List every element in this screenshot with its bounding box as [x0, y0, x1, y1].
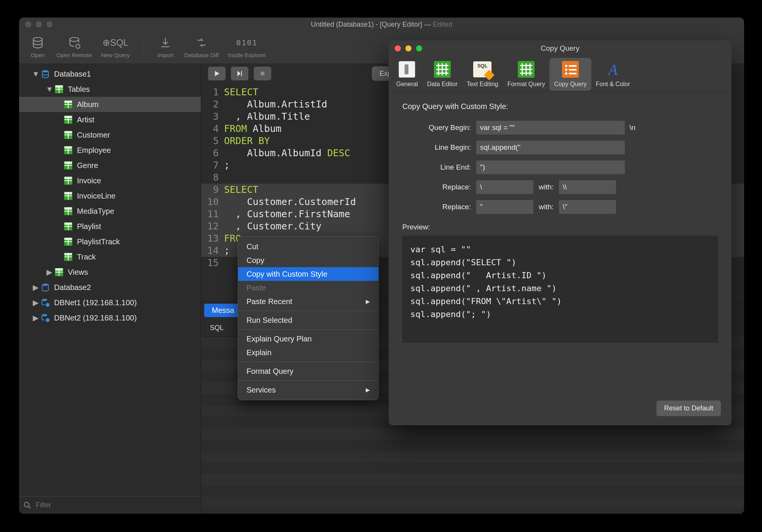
label-with-2: with: [539, 203, 554, 211]
label-replace-2: Replace: [402, 203, 476, 211]
tree-views[interactable]: ▶ Views [19, 264, 201, 280]
database-remote-icon [65, 35, 84, 50]
tree-net1[interactable]: ▶ DBNet1 (192.168.1.100) [19, 295, 201, 310]
svg-point-3 [42, 70, 48, 72]
input-replace-1-from[interactable] [476, 180, 533, 194]
input-query-begin[interactable] [476, 121, 625, 135]
ctx-format-query[interactable]: Format Query [238, 364, 378, 378]
input-replace-2-to[interactable] [559, 200, 616, 214]
tree-table-track[interactable]: Track [19, 249, 201, 264]
tree-table-employee[interactable]: Employee [19, 143, 201, 158]
input-line-end[interactable] [476, 160, 625, 174]
chevron-down-icon: ▼ [32, 70, 39, 79]
table-icon [63, 99, 73, 109]
titlebar: Untitled (Database1) - [Query Editor] — … [19, 18, 744, 31]
tree-table-genre[interactable]: Genre [19, 158, 201, 173]
table-icon [63, 145, 73, 155]
import-icon [156, 35, 175, 50]
ctx-copy[interactable]: Copy [238, 253, 378, 267]
svg-point-0 [33, 37, 42, 42]
plus-sql-icon: ⊕SQL [106, 35, 125, 50]
diff-icon [192, 35, 211, 50]
database-icon [40, 69, 50, 79]
messages-tab[interactable]: Messa [204, 304, 242, 317]
table-icon [63, 221, 73, 231]
tree-table-customer[interactable]: Customer [19, 127, 201, 143]
tab-data-editor[interactable]: Data Editor [423, 58, 462, 91]
svg-rect-11 [261, 72, 264, 75]
ctx-paste-recent[interactable]: Paste Recent▶ [238, 295, 378, 308]
run-step-button[interactable] [231, 67, 248, 80]
tab-font-color[interactable]: A Font & Color [591, 58, 635, 91]
ctx-run-selected[interactable]: Run Selected [238, 313, 378, 327]
import-button[interactable]: Import [151, 35, 179, 58]
table-icon [63, 115, 73, 125]
views-icon [54, 267, 64, 277]
font-icon: A [604, 60, 622, 79]
tree-db2[interactable]: ▶ Database2 [19, 280, 201, 295]
table-icon [63, 206, 73, 216]
tree-table-playlist[interactable]: Playlist [19, 219, 201, 234]
run-button[interactable] [208, 67, 226, 80]
tab-general[interactable]: General [392, 58, 423, 91]
tab-text-editing[interactable]: SQL Text Editing [462, 58, 503, 91]
label-line-end: Line End: [402, 163, 476, 171]
context-menu: Cut Copy Copy with Custom Style Paste Pa… [238, 236, 379, 400]
tab-copy-query[interactable]: Copy Query [549, 58, 591, 91]
ctx-explain[interactable]: Explain [238, 346, 378, 359]
tree-table-album[interactable]: Album [19, 97, 201, 112]
preview-box: var sql = "" sql.append("SELECT ") sql.a… [402, 236, 718, 343]
chevron-down-icon: ▼ [46, 85, 53, 94]
filter-bar [19, 496, 201, 514]
sql-edit-icon: SQL [473, 60, 491, 79]
tree-tables[interactable]: ▼ Tables [19, 82, 201, 97]
reset-to-default-button[interactable]: Reset to Default [656, 401, 721, 416]
ctx-copy-custom[interactable]: Copy with Custom Style [238, 267, 378, 281]
svg-point-5 [42, 299, 47, 301]
svg-point-9 [24, 502, 29, 507]
label-preview: Preview: [402, 223, 718, 231]
label-replace-1: Replace: [402, 183, 476, 191]
general-icon [398, 60, 416, 79]
svg-point-4 [42, 284, 48, 286]
tree-table-invoice[interactable]: Invoice [19, 173, 201, 188]
input-replace-2-from[interactable] [476, 200, 533, 214]
format-icon [517, 60, 535, 79]
svg-point-6 [46, 303, 50, 307]
filter-input[interactable] [34, 499, 196, 511]
table-icon [63, 191, 73, 201]
chevron-right-icon: ▶ [366, 387, 370, 393]
trail-newline: \n [629, 123, 636, 132]
label-with-1: with: [539, 183, 554, 191]
tree-net2[interactable]: ▶ DBNet2 (192.168.1.100) [19, 310, 201, 325]
preferences-window: Copy Query General Data Editor SQL Text … [389, 40, 732, 425]
sidebar: ▼ Database1 ▼ Tables AlbumArtistCustomer… [19, 64, 201, 514]
tree-table-playlisttrack[interactable]: PlaylistTrack [19, 234, 201, 249]
table-icon [63, 130, 73, 140]
tab-format-query[interactable]: Format Query [503, 58, 550, 91]
new-query-button[interactable]: ⊕SQL New Query [96, 35, 134, 58]
input-line-begin[interactable] [476, 141, 625, 154]
svg-point-7 [42, 314, 47, 316]
search-icon [24, 502, 31, 509]
tree-table-artist[interactable]: Artist [19, 112, 201, 127]
database-icon [40, 282, 50, 292]
database-diff-button[interactable]: Database Diff [179, 35, 223, 58]
open-remote-button[interactable]: Open Remote [52, 35, 96, 58]
table-icon [63, 176, 73, 186]
pref-tabs: General Data Editor SQL Text Editing For… [389, 56, 732, 91]
input-replace-1-to[interactable] [559, 180, 616, 194]
open-button[interactable]: Open [24, 35, 52, 58]
tree-table-invoiceline[interactable]: InvoiceLine [19, 188, 201, 204]
tree-table-mediatype[interactable]: MediaType [19, 204, 201, 219]
svg-point-2 [76, 44, 80, 48]
table-icon [63, 160, 73, 170]
table-group-icon [54, 84, 64, 94]
inside-explorer-button[interactable]: 0101 Inside Explorer [223, 35, 271, 58]
stop-button[interactable] [254, 67, 271, 80]
ctx-explain-plan[interactable]: Explain Query Plan [238, 332, 378, 346]
ctx-paste: Paste [238, 281, 378, 295]
tree-db1[interactable]: ▼ Database1 [19, 66, 201, 82]
ctx-services[interactable]: Services▶ [238, 383, 378, 397]
ctx-cut[interactable]: Cut [238, 240, 378, 253]
